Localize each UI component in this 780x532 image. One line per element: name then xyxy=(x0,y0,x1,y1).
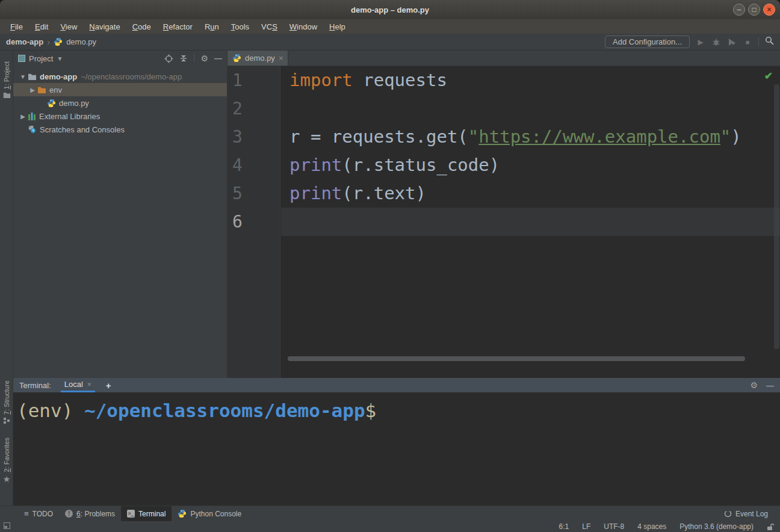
menu-code[interactable]: Code xyxy=(127,21,156,32)
code-line-5[interactable]: print(r.text) xyxy=(281,179,780,208)
editor-body[interactable]: 123456 import requestsr = requests.get("… xyxy=(228,66,780,378)
chevron-down-icon[interactable]: ▼ xyxy=(57,55,63,62)
terminal-tab-local[interactable]: Local × xyxy=(61,378,95,392)
horizontal-scrollbar[interactable] xyxy=(288,356,745,361)
toolbar-separator xyxy=(758,37,759,47)
menu-bar: FileEditViewNavigateCodeRefactorRunTools… xyxy=(0,19,780,34)
close-button[interactable]: × xyxy=(763,4,775,16)
tool-window-bar-left: ≡TODO!6: Problems>_TerminalPython Consol… xyxy=(18,506,247,522)
menu-run[interactable]: Run xyxy=(199,21,224,32)
stripe-button-favorites[interactable]: 2: Favorites★ xyxy=(3,438,11,484)
add-configuration-button[interactable]: Add Configuration... xyxy=(605,36,690,48)
lock-icon[interactable] xyxy=(767,523,774,531)
tool-button-python-console[interactable]: Python Console xyxy=(172,506,247,522)
close-icon[interactable]: × xyxy=(279,54,283,63)
menu-vcs[interactable]: VCS xyxy=(256,21,283,32)
terminal-tab-label: Local xyxy=(64,380,83,389)
tool-button-event-log[interactable]: Event Log xyxy=(718,506,774,522)
tab-label: demo.py xyxy=(245,54,275,63)
project-tool-window: Project ▼ ⚙— ▼demo-app~/openclassrooms/d… xyxy=(13,51,228,378)
maximize-button[interactable]: □ xyxy=(748,4,760,16)
tree-item-demo-py[interactable]: demo.py xyxy=(13,96,227,110)
terminal-output[interactable]: (env) ~/openclassrooms/demo-app$ xyxy=(13,392,780,422)
tool-button-label: Terminal xyxy=(138,510,166,518)
status-item[interactable]: UTF-8 xyxy=(604,522,624,531)
minimize-button[interactable]: – xyxy=(733,4,745,16)
menu-window[interactable]: Window xyxy=(284,21,323,32)
close-icon[interactable]: × xyxy=(87,380,91,389)
collapse-all-icon[interactable] xyxy=(179,54,188,63)
code-area[interactable]: import requestsr = requests.get("https:/… xyxy=(281,66,780,378)
tree-item-label: demo.py xyxy=(59,99,89,108)
menu-view[interactable]: View xyxy=(55,21,82,32)
tool-window-corner-icon[interactable] xyxy=(4,522,10,531)
search-icon[interactable] xyxy=(765,36,774,48)
tool-button-terminal[interactable]: >_Terminal xyxy=(121,506,172,522)
tree-expanded-icon[interactable]: ▼ xyxy=(18,73,28,80)
code-token: import xyxy=(289,70,353,90)
menu-help[interactable]: Help xyxy=(324,21,351,32)
scratches-icon xyxy=(28,125,37,134)
hide-icon[interactable]: — xyxy=(766,381,774,390)
title-bar[interactable]: demo-app – demo.py –□× xyxy=(0,0,780,19)
tree-item-external-libraries[interactable]: ▶External Libraries xyxy=(13,110,227,123)
menu-tools[interactable]: Tools xyxy=(226,21,255,32)
project-panel-header: Project ▼ ⚙— xyxy=(13,51,227,66)
left-tool-window-stripe: 1: Project 7: Structure2: Favorites★ xyxy=(0,51,13,506)
project-panel-title[interactable]: Project xyxy=(29,54,53,63)
breadcrumb-item[interactable]: demo-app xyxy=(6,37,43,46)
status-bar-items: 6:1LFUTF-84 spacesPython 3.6 (demo-app) xyxy=(559,522,774,531)
code-line-2[interactable] xyxy=(281,94,780,123)
hide-icon[interactable]: — xyxy=(214,54,222,63)
coverage-icon[interactable] xyxy=(727,38,737,46)
breadcrumb-item[interactable]: demo.py xyxy=(66,37,96,46)
problems-icon: ! xyxy=(65,510,73,518)
tree-collapsed-icon[interactable]: ▶ xyxy=(18,113,28,120)
stripe-button-structure[interactable]: 7: Structure xyxy=(3,380,10,424)
stop-icon[interactable]: ■ xyxy=(743,39,752,46)
pycharm-window: demo-app – demo.py –□× FileEditViewNavig… xyxy=(0,0,780,532)
code-token: " xyxy=(468,126,478,147)
status-item[interactable]: 4 spaces xyxy=(637,522,666,531)
code-line-4[interactable]: print(r.status_code) xyxy=(281,151,780,179)
terminal-prompt-token: ~/openclassrooms/demo-app xyxy=(84,400,365,421)
folder-orange-icon xyxy=(37,86,46,94)
gear-icon[interactable]: ⚙ xyxy=(200,54,208,63)
status-item[interactable]: 6:1 xyxy=(559,522,569,531)
code-token: print xyxy=(289,183,342,203)
code-line-6[interactable] xyxy=(281,208,780,236)
stripe-button-project[interactable]: 1: Project xyxy=(3,61,11,99)
structure-tool-icon xyxy=(3,417,10,424)
stripe-top-group: 1: Project xyxy=(0,57,13,104)
tree-item-scratches-and-consoles[interactable]: Scratches and Consoles xyxy=(13,123,227,136)
status-item[interactable]: LF xyxy=(582,522,590,531)
stripe-bottom-group: 7: Structure2: Favorites★ xyxy=(0,376,13,489)
code-line-3[interactable]: r = requests.get("https://www.example.co… xyxy=(281,123,780,151)
toolbar-actions: Add Configuration... ▶■ xyxy=(605,36,774,48)
terminal-header: Terminal: Local × + ⚙— xyxy=(13,378,780,392)
menu-edit[interactable]: Edit xyxy=(29,21,54,32)
stripe-label: 2: Favorites xyxy=(3,438,10,472)
menu-file[interactable]: File xyxy=(5,21,28,32)
code-line-1[interactable]: import requests xyxy=(281,66,780,94)
tree-collapsed-icon[interactable]: ▶ xyxy=(28,87,37,93)
python-file-icon xyxy=(47,99,56,108)
vertical-scrollbar[interactable] xyxy=(774,84,779,349)
status-item[interactable]: Python 3.6 (demo-app) xyxy=(679,522,754,531)
gear-icon[interactable]: ⚙ xyxy=(750,380,758,390)
line-number: 4 xyxy=(228,151,280,179)
debug-icon[interactable] xyxy=(711,38,721,46)
tree-item-env[interactable]: ▶env xyxy=(13,83,227,96)
python-file-icon xyxy=(54,37,63,46)
tool-button-todo[interactable]: ≡TODO xyxy=(18,506,59,522)
menu-navigate[interactable]: Navigate xyxy=(84,21,125,32)
new-session-icon[interactable]: + xyxy=(106,380,111,391)
locate-icon[interactable] xyxy=(164,54,173,63)
tool-button-6-problems[interactable]: !6: Problems xyxy=(59,506,121,522)
todo-icon: ≡ xyxy=(24,509,29,518)
status-bar: 6:1LFUTF-84 spacesPython 3.6 (demo-app) xyxy=(0,521,780,532)
run-icon[interactable]: ▶ xyxy=(696,38,705,46)
tab-demo-py[interactable]: demo.py × xyxy=(228,51,288,66)
tree-item-demo-app[interactable]: ▼demo-app~/openclassrooms/demo-app xyxy=(13,70,227,83)
menu-refactor[interactable]: Refactor xyxy=(158,21,198,32)
